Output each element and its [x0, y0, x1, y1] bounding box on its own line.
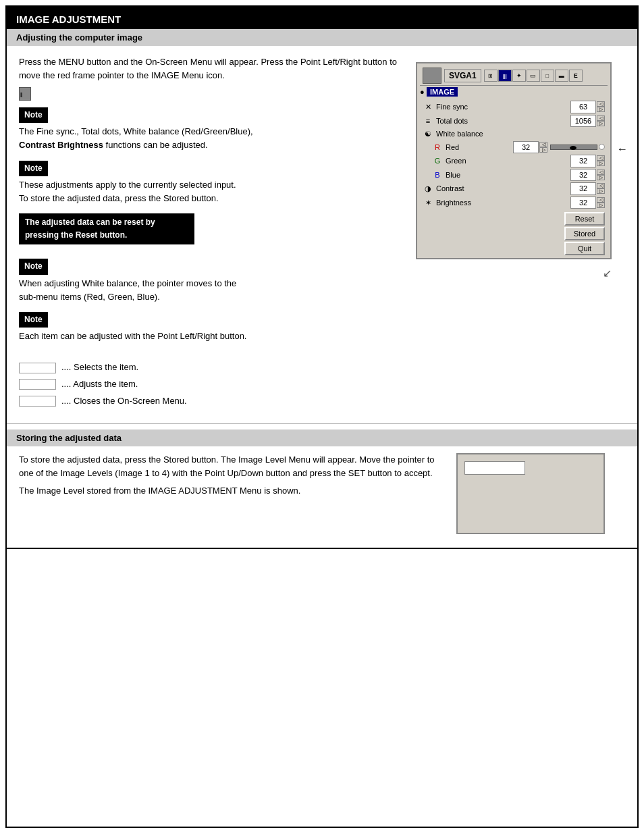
- toolbar-icon-bars: |||: [498, 70, 512, 82]
- note3-box: The adjusted data can be reset by pressi…: [19, 213, 194, 244]
- green-label: Green: [443, 155, 570, 167]
- note5-text: Each item can be adjusted with the Point…: [19, 330, 402, 343]
- bullet-dot: ●: [420, 88, 425, 96]
- contrast-right[interactable]: ▷: [597, 188, 605, 194]
- menu-row-green: G Green 32 ◁ ▷: [420, 154, 608, 168]
- menu-row-brightness: ✶ Brightness 32 ◁ ▷: [420, 196, 608, 210]
- menu-row-white-balance: ☯ White balance: [420, 128, 608, 140]
- red-right[interactable]: ▷: [539, 147, 547, 153]
- note4-label: Note: [19, 259, 48, 274]
- contrast-arrows[interactable]: ◁ ▷: [597, 183, 605, 194]
- blue-icon: B: [432, 170, 443, 181]
- section2-inner: To store the adjusted data, press the St…: [19, 453, 625, 534]
- green-right[interactable]: ▷: [597, 161, 605, 166]
- menu-toolbar: SVGA1 ⊞ ||| ✦ ▭ □ ▬ E: [420, 66, 608, 86]
- brightness-arrows[interactable]: ◁ ▷: [597, 197, 605, 208]
- image-menu-panel: SVGA1 ⊞ ||| ✦ ▭ □ ▬ E: [416, 62, 612, 259]
- contrast-icon: ◑: [423, 183, 433, 194]
- total-dots-arrows[interactable]: ◁ ▷: [597, 115, 605, 126]
- note5-label: Note: [19, 312, 48, 328]
- blue-right[interactable]: ▷: [597, 175, 605, 180]
- menu-row-blue: B Blue 32 ◁ ▷: [420, 168, 608, 182]
- green-value: 32: [570, 155, 596, 167]
- blue-arrows[interactable]: ◁ ▷: [597, 170, 605, 180]
- fine-sync-value: 63: [570, 101, 596, 113]
- brightness-icon: ✶: [423, 197, 433, 209]
- toolbar-icon-page: □: [541, 70, 554, 82]
- toolbar-icon-star: ✦: [512, 70, 526, 82]
- intro-paragraph: Press the MENU button and the On-Screen …: [19, 55, 402, 82]
- menu-row-contrast: ◑ Contrast 32 ◁ ▷: [420, 182, 608, 196]
- note4-text: When adjusting White balance, the pointe…: [19, 277, 402, 304]
- source-label: SVGA1: [444, 69, 481, 82]
- image-title-area: ● IMAGE: [420, 87, 608, 99]
- blue-label: Blue: [443, 170, 570, 181]
- blue-value: 32: [570, 169, 596, 182]
- red-icon: R: [432, 142, 443, 153]
- legend-box-3: [19, 396, 56, 407]
- section2-subheader: Storing the adjusted data: [7, 429, 637, 446]
- stored-button[interactable]: Stored: [564, 227, 605, 240]
- section1-subheader: Adjusting the computer image: [7, 29, 637, 46]
- fine-sync-icon: ✕: [423, 101, 433, 113]
- fine-sync-arrows[interactable]: ◁ ▷: [597, 101, 605, 112]
- legend-item-2: .... Adjusts the item.: [19, 377, 402, 392]
- note2-label: Note: [19, 161, 48, 176]
- menu-buttons-area: Reset Stored Quit: [420, 212, 608, 255]
- total-dots-value: 1056: [570, 115, 596, 128]
- red-slider-end: [599, 144, 605, 150]
- reset-button[interactable]: Reset: [564, 212, 605, 226]
- total-dots-icon: ≡: [423, 115, 433, 127]
- section-divider: [7, 423, 637, 424]
- green-icon: G: [432, 155, 443, 167]
- brightness-right[interactable]: ▷: [597, 203, 605, 208]
- brightness-value: 32: [570, 197, 596, 209]
- white-balance-icon: ☯: [423, 128, 433, 140]
- menu-row-fine-sync: ✕ Fine sync 63 ◁ ▷: [420, 100, 608, 114]
- red-slider-track: [550, 145, 597, 150]
- bottom-rule: [7, 548, 637, 549]
- image-level-dialog: [456, 453, 605, 534]
- total-dots-label: Total dots: [433, 115, 570, 127]
- toolbar-icon-e: E: [569, 70, 583, 82]
- section2-para2: The Image Level stored from the IMAGE AD…: [19, 484, 443, 498]
- red-arrows[interactable]: ◁ ▷: [539, 142, 547, 153]
- note1-label: Note: [19, 107, 48, 123]
- red-row-container: R Red 32 ◁ ▷: [420, 140, 608, 155]
- legend-dots-2: .... Adjusts the item.: [61, 377, 138, 392]
- red-slider-area: [550, 144, 605, 150]
- section2-para1: To store the adjusted data, press the St…: [19, 453, 443, 480]
- image-title-bar: IMAGE: [427, 87, 458, 97]
- toolbar-icons: ⊞ ||| ✦ ▭ □ ▬ E: [484, 70, 583, 82]
- fine-sync-right[interactable]: ▷: [597, 107, 605, 112]
- section1-right-col: SVGA1 ⊞ ||| ✦ ▭ □ ▬ E: [416, 55, 625, 411]
- remote-icon-row: [19, 86, 402, 101]
- section2-right: [456, 453, 625, 534]
- callout-arrow: ←: [617, 143, 628, 155]
- dialog-content-area: [464, 480, 597, 521]
- dialog-input-field[interactable]: [464, 461, 525, 475]
- red-label: Red: [443, 142, 513, 153]
- section1-header: IMAGE ADJUSTMENT: [7, 9, 637, 29]
- contrast-value: 32: [570, 182, 596, 195]
- section2-left: To store the adjusted data, press the St…: [19, 453, 443, 534]
- total-dots-right[interactable]: ▷: [597, 121, 605, 126]
- toolbar-icon-monitor: ▭: [527, 70, 540, 82]
- note2-text: These adjustments apply to the currently…: [19, 178, 402, 205]
- monitor-toolbar-icon: [423, 68, 441, 84]
- quit-button[interactable]: Quit: [564, 242, 605, 255]
- green-arrows[interactable]: ◁ ▷: [597, 155, 605, 166]
- section1-content: Press the MENU button and the On-Screen …: [7, 46, 637, 418]
- outer-border: IMAGE ADJUSTMENT Adjusting the computer …: [5, 5, 639, 828]
- legend-item-1: .... Selects the item.: [19, 361, 402, 375]
- legend-dots-1: .... Selects the item.: [61, 361, 138, 375]
- white-balance-label: White balance: [433, 128, 605, 140]
- quit-callout: ↙: [603, 267, 612, 280]
- legend-box-2: [19, 379, 56, 390]
- contrast-label: Contrast: [433, 183, 570, 194]
- menu-row-total-dots: ≡ Total dots 1056 ◁ ▷: [420, 114, 608, 128]
- note1-text: The Fine sync., Total dots, White balanc…: [19, 125, 402, 152]
- toolbar-icon-grid: ⊞: [484, 70, 498, 82]
- fine-sync-label: Fine sync: [433, 101, 570, 113]
- red-slider-thumb: [570, 146, 576, 150]
